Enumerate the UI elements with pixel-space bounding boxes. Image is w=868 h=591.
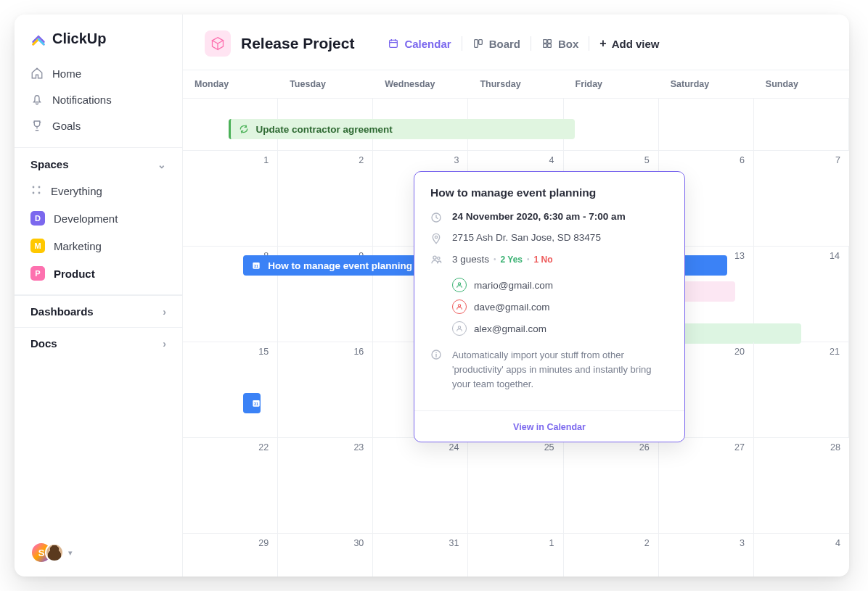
day-cell[interactable]: 3 bbox=[659, 534, 754, 576]
sidebar-item-notifications[interactable]: Notifications bbox=[23, 86, 173, 112]
plus-icon: + bbox=[599, 37, 606, 50]
guest-email: mario@gmail.com bbox=[474, 280, 553, 291]
tab-calendar[interactable]: Calendar bbox=[377, 33, 461, 54]
sidebar-item-home[interactable]: Home bbox=[23, 60, 173, 86]
day-number: 24 bbox=[449, 442, 459, 452]
day-number: 31 bbox=[449, 538, 459, 548]
day-cell[interactable]: 24 bbox=[373, 438, 468, 533]
day-cell[interactable]: 25 bbox=[468, 438, 563, 533]
day-number: 4 bbox=[549, 155, 554, 165]
day-header: Sunday bbox=[754, 70, 849, 98]
tab-label: Board bbox=[489, 38, 520, 50]
day-cell[interactable]: 31 bbox=[373, 534, 468, 576]
day-number: 25 bbox=[544, 442, 554, 452]
space-label: Development bbox=[54, 212, 118, 225]
sidebar-item-goals[interactable]: Goals bbox=[23, 112, 173, 139]
view-in-calendar-link[interactable]: View in Calendar bbox=[513, 422, 586, 432]
tab-box[interactable]: Box bbox=[531, 33, 589, 54]
location-pin-icon bbox=[430, 233, 442, 244]
sidebar-space-development[interactable]: DDevelopment bbox=[15, 204, 182, 232]
sidebar-item-everything[interactable]: Everything bbox=[15, 178, 182, 204]
svg-point-18 bbox=[435, 236, 437, 238]
day-number: 6 bbox=[740, 155, 745, 165]
day-number: 3 bbox=[740, 538, 745, 548]
guest-row: alex@gmail.com bbox=[452, 318, 668, 339]
day-cell[interactable]: 16 bbox=[278, 342, 373, 437]
day-cell[interactable]: 1 bbox=[468, 534, 563, 576]
day-cell[interactable]: 29 bbox=[183, 534, 278, 576]
popup-location: 2715 Ash Dr. San Jose, SD 83475 bbox=[452, 232, 601, 244]
guest-email: dave@gmail.com bbox=[474, 302, 550, 313]
day-cell[interactable]: 22 bbox=[183, 438, 278, 533]
tab-board[interactable]: Board bbox=[462, 33, 531, 54]
day-number: 20 bbox=[734, 347, 745, 357]
calendar-event[interactable]: Update contractor agreement bbox=[229, 119, 574, 139]
day-number: 2 bbox=[644, 538, 650, 548]
sidebar-space-product[interactable]: PProduct bbox=[15, 260, 182, 287]
space-badge: M bbox=[30, 239, 45, 253]
everything-label: Everything bbox=[51, 185, 102, 197]
project-icon[interactable] bbox=[205, 30, 231, 57]
spaces-header-label: Spaces bbox=[30, 158, 69, 170]
day-number: 28 bbox=[830, 442, 840, 452]
guest-email: alex@gmail.com bbox=[474, 323, 546, 334]
day-cell[interactable]: 27 bbox=[659, 438, 754, 533]
bell-icon bbox=[30, 93, 44, 106]
event-icon bbox=[238, 123, 250, 135]
svg-point-20 bbox=[438, 257, 440, 259]
day-cell[interactable] bbox=[564, 99, 659, 150]
sidebar-item-docs[interactable]: Docs› bbox=[15, 327, 182, 359]
guest-avatar-icon bbox=[452, 321, 467, 336]
guest-avatar-icon bbox=[452, 299, 467, 314]
calendar-event[interactable]: 31 bbox=[243, 393, 261, 413]
brand-name: ClickUp bbox=[52, 30, 106, 47]
day-number: 16 bbox=[353, 347, 364, 357]
chevron-right-icon: › bbox=[163, 338, 166, 350]
day-cell[interactable]: 21 bbox=[754, 342, 849, 437]
svg-point-25 bbox=[435, 352, 437, 354]
day-cell[interactable] bbox=[754, 99, 849, 150]
day-number: 23 bbox=[353, 442, 364, 452]
spaces-header[interactable]: Spaces ⌄ bbox=[15, 148, 182, 178]
main-content: Release Project CalendarBoardBox+Add vie… bbox=[183, 15, 849, 576]
day-header: Saturday bbox=[659, 70, 754, 98]
svg-rect-4 bbox=[390, 40, 398, 47]
header: Release Project CalendarBoardBox+Add vie… bbox=[183, 15, 849, 70]
day-header: Tuesday bbox=[278, 70, 373, 98]
day-header: Wednesday bbox=[373, 70, 468, 98]
svg-rect-8 bbox=[548, 40, 552, 44]
add-view-button[interactable]: +Add view bbox=[589, 33, 669, 54]
brand-logo[interactable]: ClickUp bbox=[15, 15, 182, 60]
sidebar-space-marketing[interactable]: MMarketing bbox=[15, 232, 182, 260]
space-label: Marketing bbox=[54, 240, 102, 252]
guests-no: 1 No bbox=[534, 255, 553, 265]
day-cell[interactable] bbox=[659, 99, 754, 150]
day-cell[interactable]: 4 bbox=[754, 534, 849, 576]
view-tabs: CalendarBoardBox+Add view bbox=[377, 33, 669, 54]
sidebar-item-dashboards[interactable]: Dashboards› bbox=[15, 295, 182, 327]
day-cell[interactable]: 30 bbox=[278, 534, 373, 576]
day-cell[interactable]: 2 bbox=[278, 151, 373, 246]
day-cell[interactable]: 28 bbox=[754, 438, 849, 533]
day-cell[interactable]: 2 bbox=[564, 534, 659, 576]
day-number: 26 bbox=[639, 442, 650, 452]
day-cell[interactable]: 15 bbox=[183, 342, 278, 437]
day-cell[interactable]: 23 bbox=[278, 438, 373, 533]
project-title: Release Project bbox=[241, 35, 354, 52]
day-cell[interactable]: 26 bbox=[564, 438, 659, 533]
user-menu[interactable]: S ▾ bbox=[15, 529, 182, 576]
svg-point-23 bbox=[458, 326, 460, 328]
day-number: 3 bbox=[454, 155, 459, 165]
popup-location-row: 2715 Ash Dr. San Jose, SD 83475 bbox=[430, 232, 668, 244]
day-cell[interactable]: 1 bbox=[183, 151, 278, 246]
popup-footer: View in Calendar bbox=[414, 410, 684, 442]
event-icon: 31 bbox=[250, 397, 261, 409]
svg-text:31: 31 bbox=[254, 402, 258, 406]
guest-row: dave@gmail.com bbox=[452, 296, 668, 318]
day-number: 27 bbox=[734, 442, 745, 452]
guest-list: mario@gmail.comdave@gmail.comalex@gmail.… bbox=[452, 274, 668, 339]
day-number: 1 bbox=[263, 155, 269, 165]
day-cell[interactable]: 7 bbox=[754, 151, 849, 246]
space-badge: D bbox=[30, 211, 45, 226]
space-label: Product bbox=[54, 268, 95, 280]
